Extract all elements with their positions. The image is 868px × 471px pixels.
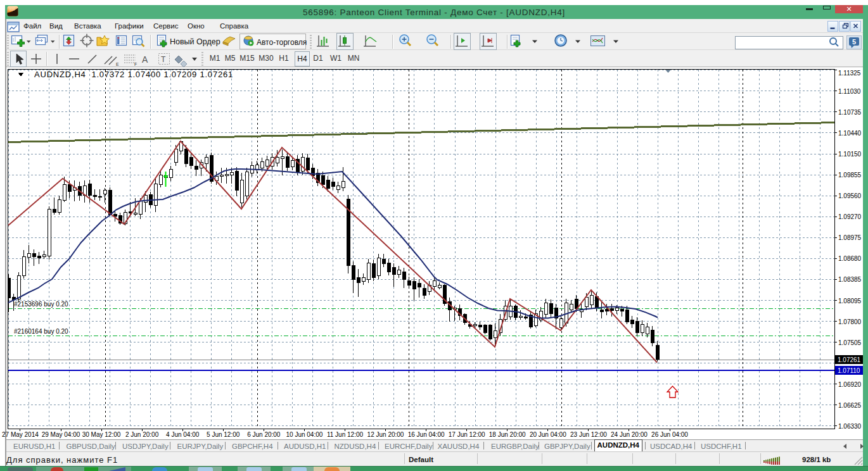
svg-text:20 Jun 04:00: 20 Jun 04:00 (530, 431, 566, 438)
svg-text:1.09560: 1.09560 (838, 192, 862, 199)
svg-text:1.10150: 1.10150 (838, 151, 862, 158)
svg-text:24 Jun 20:00: 24 Jun 20:00 (611, 431, 648, 438)
svg-text:1.08095: 1.08095 (838, 298, 862, 305)
svg-text:1.07505: 1.07505 (838, 339, 862, 346)
svg-text:1.07800: 1.07800 (838, 318, 862, 325)
svg-text:1.09855: 1.09855 (838, 172, 862, 179)
svg-text:2 Jun 20:00: 2 Jun 20:00 (125, 431, 159, 438)
svg-text:#2153696 buy 0.20: #2153696 buy 0.20 (14, 301, 68, 308)
svg-text:1.07261: 1.07261 (838, 356, 861, 363)
svg-text:1.10440: 1.10440 (838, 130, 862, 137)
svg-text:5: 5 (852, 38, 856, 46)
svg-text:T: T (161, 55, 166, 64)
svg-text:29 May 04:00: 29 May 04:00 (42, 431, 80, 438)
svg-text:1.09270: 1.09270 (838, 213, 862, 220)
svg-text:10 Jun 04:00: 10 Jun 04:00 (286, 431, 322, 438)
svg-text:27 May 2014: 27 May 2014 (2, 431, 39, 438)
svg-text:12 Jun 20:00: 12 Jun 20:00 (367, 431, 404, 438)
svg-text:16 Jun 04:00: 16 Jun 04:00 (408, 431, 445, 438)
svg-text:E: E (116, 62, 119, 66)
svg-text:23 Jun 12:00: 23 Jun 12:00 (570, 431, 607, 438)
svg-text:A: A (142, 54, 148, 65)
svg-text:30 May 12:00: 30 May 12:00 (82, 431, 121, 438)
svg-text:6 Jun 20:00: 6 Jun 20:00 (247, 431, 281, 438)
svg-text:1.08975: 1.08975 (838, 234, 862, 241)
svg-text:1.06920: 1.06920 (838, 381, 862, 388)
svg-text:1.06330: 1.06330 (838, 423, 862, 430)
svg-text:#2160164 buy 0.20: #2160164 buy 0.20 (14, 328, 68, 335)
svg-text:1.08385: 1.08385 (838, 276, 862, 283)
svg-text:11 Jun 12:00: 11 Jun 12:00 (327, 431, 364, 438)
svg-text:1.11030: 1.11030 (838, 88, 861, 95)
svg-text:26 Jun 04:00: 26 Jun 04:00 (651, 431, 688, 438)
svg-text:5 Jun 12:00: 5 Jun 12:00 (207, 431, 240, 438)
svg-text:17 Jun 12:00: 17 Jun 12:00 (449, 431, 485, 438)
svg-text:1.07110: 1.07110 (838, 367, 860, 374)
svg-text:1.08680: 1.08680 (838, 255, 862, 262)
svg-text:F: F (134, 62, 137, 66)
svg-text:1.10735: 1.10735 (838, 109, 862, 116)
svg-text:18 Jun 20:00: 18 Jun 20:00 (489, 431, 526, 438)
svg-text:4 Jun 04:00: 4 Jun 04:00 (166, 431, 200, 438)
svg-text:1.11325: 1.11325 (838, 70, 861, 77)
svg-text:AUDNZD,H4 1.07372 1.07400 1.0: AUDNZD,H4 1.07372 1.07400 1.07209 1.0726… (34, 70, 233, 79)
svg-text:1.06625: 1.06625 (838, 402, 862, 409)
